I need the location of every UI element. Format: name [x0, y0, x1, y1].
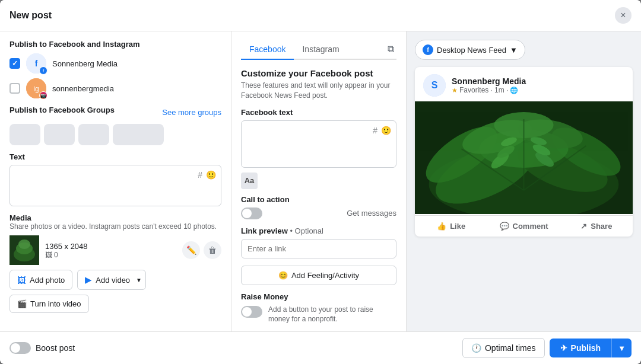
feed-selector[interactable]: f Desktop News Feed ▼ — [415, 40, 525, 60]
text-format-button[interactable]: Aa — [241, 173, 258, 189]
tab-bar: Facebook Instagram ⧉ — [241, 40, 396, 60]
groups-header: Publish to Facebook Groups See more grou… — [9, 106, 221, 119]
media-info: 1365 x 2048 🖼 0 — [45, 242, 176, 259]
svg-text:f: f — [35, 59, 38, 68]
groups-placeholder — [9, 124, 221, 145]
fb-hashtag-icon: # — [373, 126, 377, 135]
cta-row: Get messages — [241, 207, 396, 219]
publish-button[interactable]: ✈ Publish — [550, 339, 612, 357]
fb-account-name: Sonnenberg Media — [52, 59, 118, 68]
customize-title: Customize your Facebook post — [241, 68, 396, 78]
fb-circle-icon: f — [423, 44, 433, 55]
add-buttons: 🖼 Add photo ▶ Add video ▼ — [9, 270, 221, 290]
boost-label: Boost post — [36, 343, 75, 353]
fb-avatar: f f — [26, 53, 46, 74]
hashtag-icon: # — [198, 170, 202, 180]
globe-icon: 🌐 — [510, 87, 518, 94]
text-icons: # 🙂 — [198, 170, 216, 180]
publish-dropdown-button[interactable]: ▼ — [611, 339, 632, 357]
emoji-icon: 🙂 — [206, 170, 216, 180]
split-view-icon[interactable]: ⧉ — [385, 41, 396, 57]
boost-toggle[interactable] — [9, 342, 31, 354]
cta-toggle[interactable] — [241, 207, 262, 219]
raise-money-section: Raise Money Add a button to your post to… — [241, 292, 396, 325]
turn-into-video-button[interactable]: 🎬 Turn into video — [9, 295, 89, 313]
dropdown-chevron-icon: ▼ — [510, 46, 518, 55]
smiley-circle-icon: 😊 — [278, 271, 288, 280]
link-input[interactable] — [241, 239, 396, 258]
preview-card: S Sonnenberg Media ★ Favorites · 1m · 🌐 — [415, 67, 633, 237]
share-icon: ↗ — [580, 222, 587, 231]
middle-panel: Facebook Instagram ⧉ Customize your Face… — [231, 31, 407, 331]
toggle-knob — [242, 209, 252, 218]
fb-textarea-box[interactable]: # 🙂 — [241, 120, 396, 168]
preview-header: S Sonnenberg Media ★ Favorites · 1m · 🌐 — [415, 67, 633, 97]
tab-instagram[interactable]: Instagram — [294, 40, 347, 60]
optimal-times-button[interactable]: 🕐 Optimal times — [462, 338, 545, 358]
raise-money-desc: Add a button to your post to raise money… — [268, 305, 396, 325]
link-preview-label: Link preview • Optional — [241, 226, 396, 235]
share-button[interactable]: ↗ Share — [560, 216, 633, 237]
send-icon: ✈ — [560, 343, 567, 353]
raise-money-toggle[interactable] — [241, 306, 262, 318]
like-button[interactable]: 👍 Like — [415, 216, 487, 237]
ig-checkbox[interactable] — [9, 83, 20, 94]
raise-money-row: Add a button to your post to raise money… — [241, 305, 396, 325]
cta-toggle-label: Get messages — [347, 209, 396, 218]
svg-text:S: S — [431, 80, 438, 90]
group-box-2 — [44, 124, 75, 145]
dropdown-arrow-icon: ▼ — [136, 277, 142, 283]
preview-account-info: Sonnenberg Media ★ Favorites · 1m · 🌐 — [452, 76, 526, 94]
favorites-label: Favorites — [459, 86, 488, 94]
preview-image — [415, 101, 633, 214]
feeling-activity-button[interactable]: 😊 Add Feeling/Activity — [241, 266, 396, 285]
media-item: 1365 x 2048 🖼 0 ✏️ 🗑 — [9, 235, 221, 265]
media-actions: ✏️ 🗑 — [182, 241, 221, 259]
group-box-4 — [113, 124, 164, 145]
tab-facebook[interactable]: Facebook — [241, 40, 294, 60]
preview-meta: ★ Favorites · 1m · 🌐 — [452, 86, 526, 94]
publish-to-label: Publish to Facebook and Instagram — [9, 40, 221, 49]
add-video-icon: ▶ — [85, 274, 92, 285]
left-panel: Publish to Facebook and Instagram f f So… — [0, 31, 231, 331]
group-box-3 — [78, 124, 109, 145]
fb-emoji-icon: 🙂 — [381, 126, 391, 135]
modal-header: New post × — [0, 0, 641, 31]
media-likes: 🖼 0 — [45, 251, 176, 259]
text-label: Text — [9, 152, 221, 161]
clock-icon: 🕐 — [471, 343, 481, 353]
preview-account-name: Sonnenberg Media — [452, 76, 526, 86]
modal-body: Publish to Facebook and Instagram f f So… — [0, 31, 641, 331]
delete-media-button[interactable]: 🗑 — [204, 241, 221, 259]
group-box-1 — [9, 124, 40, 145]
cta-label: Call to action — [241, 195, 396, 204]
preview-avatar: S — [423, 74, 446, 97]
fb-textarea-icons: # 🙂 — [373, 126, 391, 135]
comment-button[interactable]: 💬 Comment — [487, 216, 560, 237]
raise-money-title: Raise Money — [241, 292, 396, 301]
svg-text:ig: ig — [33, 85, 39, 93]
see-more-groups-link[interactable]: See more groups — [162, 108, 221, 117]
fb-text-label: Facebook text — [241, 108, 396, 117]
modal-footer: Boost post 🕐 Optimal times ✈ Publish ▼ — [0, 331, 641, 364]
account-row-fb: f f Sonnenberg Media — [9, 53, 221, 74]
star-icon: ★ — [452, 87, 458, 94]
text-area-wrap[interactable]: # 🙂 — [9, 165, 221, 206]
svg-point-7 — [18, 240, 30, 249]
media-label: Media — [9, 213, 221, 222]
boost-toggle-row: Boost post — [9, 342, 75, 354]
ig-avatar: ig 📷 — [26, 78, 46, 98]
fb-badge: f — [39, 66, 47, 75]
edit-media-button[interactable]: ✏️ — [182, 241, 200, 259]
link-section: Link preview • Optional — [241, 226, 396, 258]
right-panel: f Desktop News Feed ▼ S Sonnenberg Media — [407, 31, 641, 331]
image-icon: 🖼 — [45, 251, 52, 259]
add-photo-button[interactable]: 🖼 Add photo — [9, 270, 72, 290]
publish-btn-wrap: ✈ Publish ▼ — [550, 339, 632, 357]
add-photo-icon: 🖼 — [17, 275, 26, 285]
close-button[interactable]: × — [615, 7, 632, 24]
add-video-button[interactable]: ▶ Add video ▼ — [77, 270, 146, 290]
like-icon: 👍 — [437, 222, 446, 231]
preview-actions: 👍 Like 💬 Comment ↗ Share — [415, 215, 633, 237]
fb-checkbox[interactable] — [9, 58, 20, 69]
